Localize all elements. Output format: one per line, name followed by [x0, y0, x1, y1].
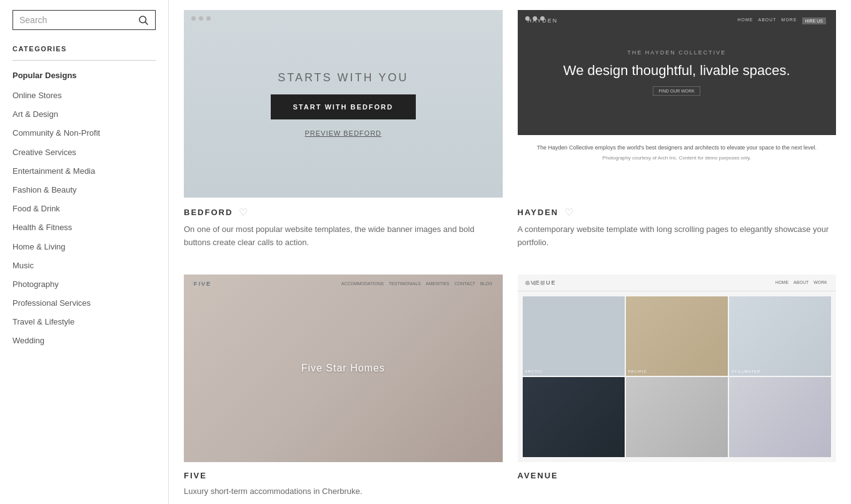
hayden-nav-links: HOME ABOUT MORE HIRE US	[737, 18, 826, 24]
avenue-photo-3: STILLWATER	[729, 296, 831, 376]
sidebar-item-creative-services[interactable]: Creative Services	[13, 143, 156, 162]
hayden-body-text: The Hayden Collective employs the world'…	[526, 144, 828, 153]
sidebar-item-photography[interactable]: Photography	[13, 275, 156, 294]
bedford-title-row: BEDFORD ♡	[184, 206, 503, 218]
template-card-hayden: HAYDEN HOME ABOUT MORE HIRE US THE HAYDE…	[518, 10, 837, 249]
avenue-title-row: AVENUE	[518, 471, 837, 480]
hayden-light-section: The Hayden Collective employs the world'…	[518, 135, 837, 169]
sidebar-item-online-stores[interactable]: Online Stores	[13, 86, 156, 105]
hayden-favorite-icon[interactable]: ♡	[565, 206, 573, 218]
dot	[525, 281, 530, 285]
hayden-hire-btn[interactable]: HIRE US	[802, 18, 826, 24]
sidebar-item-health[interactable]: Health & Fitness	[13, 218, 156, 237]
svg-point-0	[139, 16, 146, 23]
bedford-cta-button[interactable]: START WITH BEDFORD	[271, 94, 416, 119]
avenue-nav-work: WORK	[813, 280, 827, 285]
dot	[533, 281, 537, 285]
categories-divider	[13, 60, 156, 61]
five-logo: FIVE	[194, 281, 211, 287]
categories-label: CATEGORIES	[13, 45, 156, 53]
avenue-photo-5	[626, 377, 728, 457]
sidebar-item-home[interactable]: Home & Living	[13, 238, 156, 256]
hayden-description: A contemporary website template with lon…	[518, 223, 837, 249]
avenue-preview: AVENUE HOME ABOUT WORK ARCTIC PACIFIC	[518, 275, 837, 462]
hayden-nav-more: MORE	[782, 18, 797, 24]
preview-dots-hayden	[525, 16, 545, 21]
five-description: Luxury short-term accommodations in Cher…	[184, 485, 503, 498]
five-title-row: FIVE	[184, 471, 503, 480]
avenue-photo-label-3: STILLWATER	[732, 370, 761, 373]
avenue-nav-home: HOME	[775, 280, 788, 285]
sidebar-item-food[interactable]: Food & Drink	[13, 199, 156, 218]
sidebar-item-wedding[interactable]: Wedding	[13, 331, 156, 350]
hayden-photo-credit: Photography courtesy of Arch Inc. Conten…	[526, 155, 828, 161]
bedford-favorite-icon[interactable]: ♡	[239, 206, 248, 218]
hayden-subtitle: THE HAYDEN COLLECTIVE	[627, 49, 726, 56]
dot	[533, 16, 537, 21]
five-nav-contact: CONTACT	[455, 281, 475, 286]
five-nav: FIVE ACCOMMODATIONS TESTIMONIALS AMENITI…	[184, 281, 503, 287]
five-nav-amenities: AMENITIES	[426, 281, 450, 286]
hayden-dark-section: HAYDEN HOME ABOUT MORE HIRE US THE HAYDE…	[518, 10, 837, 135]
avenue-nav-about: ABOUT	[793, 280, 808, 285]
sidebar-item-fashion[interactable]: Fashion & Beauty	[13, 181, 156, 199]
avenue-photo-4	[523, 377, 625, 457]
sidebar-item-travel[interactable]: Travel & Lifestyle	[13, 313, 156, 331]
bedford-description: On one of our most popular website templ…	[184, 223, 503, 249]
main-content: STARTS WITH YOU START WITH BEDFORD PREVI…	[169, 0, 851, 504]
templates-grid: STARTS WITH YOU START WITH BEDFORD PREVI…	[184, 10, 836, 498]
hayden-work-button[interactable]: FIND OUR WORK	[653, 86, 700, 96]
bedford-preview: STARTS WITH YOU START WITH BEDFORD PREVI…	[184, 10, 503, 198]
five-nav-accommodations: ACCOMMODATIONS	[341, 281, 384, 286]
bedford-title: BEDFORD	[184, 208, 233, 217]
hayden-title-row: HAYDEN ♡	[518, 206, 837, 218]
five-preview: FIVE ACCOMMODATIONS TESTIMONIALS AMENITI…	[184, 275, 503, 462]
avenue-photo-6	[729, 377, 831, 457]
dot	[199, 16, 203, 21]
five-nav-testimonials: TESTIMONIALS	[389, 281, 421, 286]
dot	[206, 16, 211, 21]
sidebar-item-professional[interactable]: Professional Services	[13, 294, 156, 313]
dot	[540, 16, 545, 21]
template-card-five: FIVE ACCOMMODATIONS TESTIMONIALS AMENITI…	[184, 275, 503, 498]
sidebar-items-list: Online Stores Art & Design Community & N…	[13, 86, 156, 351]
sidebar-item-music[interactable]: Music	[13, 256, 156, 275]
bedford-preview-link[interactable]: PREVIEW BEDFORD	[305, 129, 381, 137]
five-headline: Five Star Homes	[301, 363, 385, 374]
hayden-nav-home: HOME	[737, 18, 753, 24]
five-title: FIVE	[184, 471, 207, 480]
dot	[540, 281, 545, 285]
hayden-nav: HAYDEN HOME ABOUT MORE HIRE US	[518, 18, 837, 24]
dot	[191, 16, 196, 21]
five-nav-blog: BLOG	[480, 281, 492, 286]
sidebar-section-title[interactable]: Popular Designs	[13, 71, 156, 80]
avenue-header: AVENUE HOME ABOUT WORK	[518, 275, 837, 291]
bedford-starts-text: STARTS WITH YOU	[278, 71, 408, 84]
template-card-bedford: STARTS WITH YOU START WITH BEDFORD PREVI…	[184, 10, 503, 249]
hayden-nav-about: ABOUT	[758, 18, 776, 24]
sidebar: CATEGORIES Popular Designs Online Stores…	[0, 0, 169, 504]
sidebar-item-community[interactable]: Community & Non-Profit	[13, 124, 156, 143]
avenue-photo-1: ARCTIC	[523, 296, 625, 376]
preview-dots-bedford	[191, 16, 211, 21]
template-card-avenue: AVENUE HOME ABOUT WORK ARCTIC PACIFIC	[518, 275, 837, 498]
dot	[525, 16, 530, 21]
avenue-photos-grid: ARCTIC PACIFIC STILLWATER	[518, 291, 837, 462]
avenue-photo-2: PACIFIC	[626, 296, 728, 376]
sidebar-item-art-design[interactable]: Art & Design	[13, 105, 156, 124]
avenue-title: AVENUE	[518, 471, 558, 480]
sidebar-item-entertainment[interactable]: Entertainment & Media	[13, 162, 156, 181]
svg-line-1	[145, 22, 148, 24]
avenue-photo-label-2: PACIFIC	[628, 370, 647, 373]
search-input[interactable]	[19, 15, 138, 25]
five-nav-links: ACCOMMODATIONS TESTIMONIALS AMENITIES CO…	[341, 281, 493, 286]
avenue-photo-label-1: ARCTIC	[525, 370, 543, 373]
hayden-title: HAYDEN	[518, 208, 559, 217]
hayden-headline: We design thoughtful, livable spaces.	[563, 62, 790, 80]
preview-dots-avenue	[525, 281, 545, 285]
search-icon	[138, 14, 149, 26]
hayden-preview-wrapper: HAYDEN HOME ABOUT MORE HIRE US THE HAYDE…	[518, 10, 837, 198]
avenue-nav: HOME ABOUT WORK	[775, 280, 827, 285]
search-wrapper[interactable]	[13, 10, 156, 30]
